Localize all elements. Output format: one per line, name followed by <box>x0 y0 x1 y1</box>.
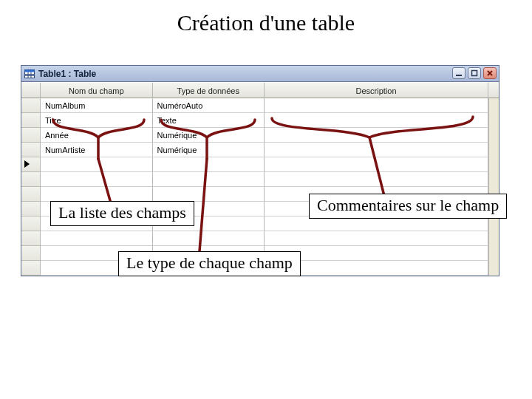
data-type-cell[interactable] <box>153 172 265 187</box>
field-name-cell[interactable] <box>41 231 153 246</box>
svg-rect-6 <box>456 75 462 76</box>
row-selector[interactable] <box>21 187 41 202</box>
field-name-cell[interactable]: NumArtiste <box>41 143 153 157</box>
data-type-cell[interactable] <box>153 187 265 202</box>
scrollbar-gutter[interactable] <box>488 128 499 143</box>
svg-rect-7 <box>472 71 477 76</box>
description-cell[interactable] <box>265 128 488 143</box>
maximize-button[interactable] <box>468 67 481 79</box>
col-header-field-name[interactable]: Nom du champ <box>41 82 153 98</box>
data-type-cell[interactable]: Numérique <box>153 128 265 143</box>
current-row-indicator-icon <box>24 160 30 168</box>
scrollbar-gutter[interactable] <box>488 172 499 187</box>
callout-fields-list: La liste des champs <box>50 201 194 226</box>
row-selector[interactable] <box>21 246 41 261</box>
row-selector[interactable] <box>21 98 41 113</box>
design-grid: Nom du champ Type de données Description… <box>21 82 499 276</box>
row-selector[interactable] <box>21 172 41 187</box>
col-header-data-type[interactable]: Type de données <box>153 82 265 98</box>
slide-title: Création d'une table <box>0 10 532 35</box>
col-header-description[interactable]: Description <box>265 82 488 98</box>
data-type-cell[interactable] <box>153 157 265 172</box>
row-selector[interactable] <box>21 202 41 216</box>
table-icon <box>24 69 35 79</box>
field-name-cell[interactable] <box>41 187 153 202</box>
description-cell[interactable] <box>265 157 488 172</box>
window-controls <box>452 67 497 79</box>
field-name-cell[interactable] <box>41 157 153 172</box>
data-type-cell[interactable]: NuméroAuto <box>153 98 265 113</box>
scrollbar-gutter[interactable] <box>488 98 499 113</box>
scrollbar-gutter[interactable] <box>488 143 499 157</box>
field-name-cell[interactable]: NumAlbum <box>41 98 153 113</box>
window-title: Table1 : Table <box>38 69 96 79</box>
field-name-cell[interactable] <box>41 172 153 187</box>
description-cell[interactable] <box>265 98 488 113</box>
row-selector[interactable] <box>21 231 41 246</box>
table-designer-window: Table1 : Table Nom du champ Type de donn… <box>21 65 499 276</box>
scrollbar-gutter[interactable] <box>488 113 499 128</box>
scrollbar-gutter[interactable] <box>488 246 499 261</box>
row-selector[interactable] <box>21 216 41 231</box>
row-selector[interactable] <box>21 128 41 143</box>
close-button[interactable] <box>483 67 497 79</box>
row-selector-current[interactable] <box>21 157 41 172</box>
description-cell[interactable] <box>265 231 488 246</box>
row-selector-header <box>21 82 41 98</box>
scrollbar-gutter[interactable] <box>488 157 499 172</box>
data-type-cell[interactable]: Texte <box>153 113 265 128</box>
row-selector[interactable] <box>21 113 41 128</box>
description-cell[interactable] <box>265 172 488 187</box>
callout-type-each: Le type de chaque champ <box>118 251 301 276</box>
data-type-cell[interactable]: Numérique <box>153 143 265 157</box>
field-name-cell[interactable]: Année <box>41 128 153 143</box>
svg-rect-1 <box>25 69 35 72</box>
window-titlebar: Table1 : Table <box>21 66 499 82</box>
scrollbar-gutter[interactable] <box>488 231 499 246</box>
data-type-cell[interactable] <box>153 231 265 246</box>
scrollbar-gutter[interactable] <box>488 261 499 276</box>
row-selector[interactable] <box>21 143 41 157</box>
description-cell[interactable] <box>265 113 488 128</box>
description-cell[interactable] <box>265 143 488 157</box>
row-selector[interactable] <box>21 261 41 276</box>
field-name-cell[interactable]: Titre <box>41 113 153 128</box>
callout-comments: Commentaires sur le champ <box>309 194 507 219</box>
minimize-button[interactable] <box>452 67 466 79</box>
scrollbar-header <box>488 82 499 98</box>
